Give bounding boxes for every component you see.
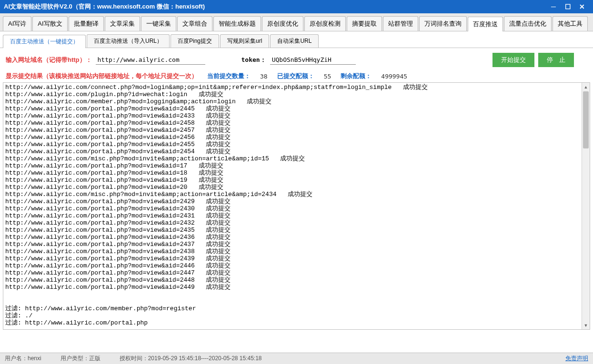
- main-tab-6[interactable]: 智能生成标题: [213, 16, 261, 31]
- domain-label: 输入网址域名（记得带http）：: [6, 56, 92, 64]
- main-tab-4[interactable]: 一键采集: [141, 16, 176, 31]
- main-tab-12[interactable]: 百度推送: [468, 17, 503, 31]
- close-button[interactable]: ✕: [575, 2, 589, 11]
- main-tab-11[interactable]: 万词排名查询: [419, 16, 467, 31]
- sub-tab-0[interactable]: 百度主动推送（一键提交）: [3, 35, 86, 48]
- vertical-scrollbar[interactable]: ▲ ▼: [582, 83, 590, 329]
- main-tab-3[interactable]: 文章采集: [105, 16, 140, 31]
- main-tab-2[interactable]: 批量翻译: [69, 16, 104, 31]
- status-bar: 用户名：henxi 用户类型：正版 授权时间：2019-05-29 15:45:…: [0, 353, 593, 364]
- stop-button[interactable]: 停 止: [538, 53, 574, 67]
- status-auth: 授权时间：2019-05-29 15:45:18----2020-05-28 1…: [120, 354, 262, 363]
- main-tab-13[interactable]: 流量点击优化: [504, 16, 552, 31]
- sub-tab-2[interactable]: 百度Ping提交: [171, 34, 219, 48]
- current-count-value: 38: [260, 73, 268, 80]
- sub-tab-3[interactable]: 写规则采集url: [220, 34, 269, 48]
- main-tab-9[interactable]: 摘要提取: [347, 16, 382, 31]
- disclaimer-link[interactable]: 免责声明: [565, 354, 588, 363]
- main-tab-1[interactable]: AI写散文: [32, 16, 67, 31]
- title-bar: AI文章智能处理软件V2.0（官网：www.henxisoft.com 微信：h…: [0, 0, 593, 13]
- log-textarea[interactable]: http://www.ailyric.com/connect.php?mod=l…: [3, 83, 590, 329]
- start-submit-button[interactable]: 开始提交: [492, 53, 534, 67]
- remain-quota-label: 剩余配额：: [341, 72, 372, 80]
- main-tab-10[interactable]: 站群管理: [383, 16, 418, 31]
- scroll-down-arrow-icon[interactable]: ▼: [582, 321, 590, 329]
- sub-tab-4[interactable]: 自动采集URL: [270, 34, 319, 48]
- domain-input[interactable]: [96, 55, 205, 65]
- submitted-quota-label: 已提交配额：: [277, 72, 314, 80]
- submitted-quota-value: 55: [324, 73, 332, 80]
- current-count-label: 当前提交数量：: [207, 72, 251, 80]
- main-tab-8[interactable]: 原创度检测: [304, 16, 346, 31]
- main-tab-14[interactable]: 其他工具: [553, 16, 588, 31]
- main-tab-0[interactable]: AI写诗: [3, 16, 31, 31]
- status-type: 用户类型：正版: [60, 354, 101, 363]
- scrollbar-thumb[interactable]: [583, 91, 589, 148]
- input-row: 输入网址域名（记得带http）： token： 开始提交 停 止: [0, 48, 593, 70]
- main-tab-5[interactable]: 文章组合: [177, 16, 212, 31]
- sub-tab-1[interactable]: 百度主动推送（导入URL）: [87, 34, 170, 48]
- maximize-button[interactable]: ☐: [561, 2, 575, 11]
- minimize-button[interactable]: ─: [546, 2, 561, 11]
- log-container: http://www.ailyric.com/connect.php?mod=l…: [3, 82, 590, 330]
- window-title: AI文章智能处理软件V2.0（官网：www.henxisoft.com 微信：h…: [4, 2, 546, 11]
- result-header: 显示提交结果（该模块推送网站内部链接地址，每个地址只提交一次） 当前提交数量： …: [0, 70, 593, 82]
- status-user: 用户名：henxi: [5, 354, 41, 363]
- token-input[interactable]: [270, 55, 356, 65]
- result-title: 显示提交结果（该模块推送网站内部链接地址，每个地址只提交一次）: [6, 72, 198, 80]
- remain-quota-value: 4999945: [381, 73, 407, 80]
- main-tab-7[interactable]: 原创度优化: [262, 16, 303, 31]
- token-label: token：: [241, 56, 266, 64]
- sub-tab-bar: 百度主动推送（一键提交）百度主动推送（导入URL）百度Ping提交写规则采集ur…: [0, 31, 593, 48]
- main-tab-bar: AI写诗AI写散文批量翻译文章采集一键采集文章组合智能生成标题原创度优化原创度检…: [0, 13, 593, 31]
- scroll-up-arrow-icon[interactable]: ▲: [582, 83, 590, 91]
